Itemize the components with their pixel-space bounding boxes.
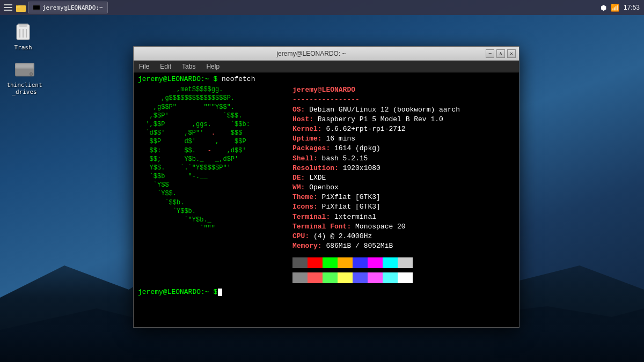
drive-icon-svg <box>15 62 34 77</box>
taskbar-right: ⬢ 📶 17:53 <box>601 4 644 12</box>
info-uptime: Uptime: 16 mins <box>292 134 515 144</box>
terminal-menubar: File Edit Tabs Help <box>134 61 519 72</box>
bottom-prompt: jeremy@LEONARDO:~ $ <box>138 287 217 297</box>
info-cpu: CPU: (4) @ 2.400GHz <box>292 232 515 241</box>
desktop: jeremy@LEONARDO:~ ⬢ 📶 17:53 Trash <box>0 0 644 362</box>
neofetch-output: _,met$$$$$gg. ,g$$$$$$$$$$$$$$$P. ,g$$P"… <box>138 85 515 283</box>
neofetch-logo: _,met$$$$$gg. ,g$$$$$$$$$$$$$$$P. ,g$$P"… <box>138 85 288 283</box>
taskbar-app-label: jeremy@LEONARDO:~ <box>42 4 103 11</box>
terminal-window: jeremy@LEONARDO: ~ − ∧ ✕ File Edit Tabs … <box>133 46 519 328</box>
trash-label: Trash <box>14 44 32 51</box>
menu-edit[interactable]: Edit <box>158 62 173 71</box>
maximize-button[interactable]: ∧ <box>496 49 505 58</box>
logo-line-15: `Y$$b. <box>138 207 288 216</box>
logo-line-5: ',$$P ,ggs. `$$b: <box>138 120 288 129</box>
logo-line-4: ,$$P' `$$$. <box>138 112 288 120</box>
info-header: jeremy@LEONARDO <box>292 85 515 95</box>
swatch-12 <box>353 272 368 283</box>
swatch-5 <box>368 257 383 268</box>
terminal-titlebar: jeremy@LEONARDO: ~ − ∧ ✕ <box>134 47 519 61</box>
thinclient-label: thinclient_drives <box>6 82 42 95</box>
logo-line-1: _,met$$$$$gg. <box>138 85 288 94</box>
menu-file[interactable]: File <box>137 62 151 71</box>
info-wm: WM: Openbox <box>292 183 515 193</box>
trash-icon <box>13 23 33 42</box>
color-swatches-bright <box>292 272 515 283</box>
info-os: OS: Debian GNU/Linux 12 (bookworm) aarch <box>292 105 515 115</box>
info-shell: Shell: bash 5.2.15 <box>292 154 515 164</box>
close-button[interactable]: ✕ <box>507 49 516 58</box>
file-manager-taskbar-icon[interactable] <box>15 2 27 13</box>
svg-rect-1 <box>4 7 12 8</box>
logo-line-10: Y$$. `.`"Y$$$$$P"' <box>138 164 288 172</box>
svg-rect-0 <box>4 4 12 5</box>
info-separator: ---------------- <box>292 95 515 105</box>
swatch-9 <box>308 272 323 283</box>
swatch-2 <box>323 257 338 268</box>
swatch-3 <box>338 257 353 268</box>
logo-line-16: `"Y$b._ <box>138 216 288 224</box>
svg-rect-7 <box>18 24 28 25</box>
thinclient-desktop-icon[interactable]: thinclient_drives <box>4 58 45 98</box>
info-terminal-font: Terminal Font: Monospace 20 <box>292 222 515 232</box>
trash-icon-svg <box>14 23 32 42</box>
terminal-title: jeremy@LEONARDO: ~ <box>137 50 486 57</box>
info-packages: Packages: 1614 (dpkg) <box>292 144 515 153</box>
swatch-11 <box>338 272 353 283</box>
swatch-10 <box>323 272 338 283</box>
command-line: jeremy@LEONARDO:~ $ neofetch <box>138 75 515 84</box>
info-de: DE: LXDE <box>292 173 515 183</box>
swatch-7 <box>398 257 413 268</box>
info-memory: Memory: 686MiB / 8052MiB <box>292 241 515 251</box>
terminal-taskbar-icon <box>33 5 40 10</box>
cmd-text: neofetch <box>222 75 255 83</box>
svg-point-15 <box>30 73 32 75</box>
app-menu-icon[interactable] <box>2 2 14 13</box>
wifi-icon[interactable]: 📶 <box>611 4 619 12</box>
cursor <box>218 289 222 296</box>
trash-desktop-icon[interactable]: Trash <box>4 20 42 53</box>
taskbar: jeremy@LEONARDO:~ ⬢ 📶 17:53 <box>0 0 644 15</box>
taskbar-left: jeremy@LEONARDO:~ <box>0 2 108 13</box>
svg-rect-2 <box>4 10 12 11</box>
logo-line-2: ,g$$$$$$$$$$$$$$$P. <box>138 94 288 102</box>
logo-line-17: `""" <box>138 224 288 233</box>
swatch-15 <box>398 272 413 283</box>
swatch-4 <box>353 257 368 268</box>
info-kernel: Kernel: 6.6.62+rpt-rpi-2712 <box>292 124 515 134</box>
info-host: Host: Raspberry Pi 5 Model B Rev 1.0 <box>292 115 515 124</box>
logo-line-9: $$; Y$b._ _,d$P' <box>138 155 288 164</box>
logo-line-8: $$: $$. - ,d$$' <box>138 146 288 155</box>
info-icons: Icons: PiXflat [GTK3] <box>292 202 515 212</box>
logo-line-7: $$P d$' , $$P <box>138 137 288 146</box>
clock-display: 17:53 <box>624 4 640 11</box>
cmd-prompt: jeremy@LEONARDO:~ $ <box>138 75 217 83</box>
taskbar-terminal-app[interactable]: jeremy@LEONARDO:~ <box>28 2 108 13</box>
swatch-0 <box>292 257 308 268</box>
logo-line-14: `$$b. <box>138 198 288 207</box>
color-swatches <box>292 257 515 268</box>
bluetooth-icon[interactable]: ⬢ <box>601 4 606 12</box>
menu-tabs[interactable]: Tabs <box>180 62 197 71</box>
logo-line-13: `Y$$. <box>138 189 288 198</box>
swatch-1 <box>308 257 323 268</box>
titlebar-buttons: − ∧ ✕ <box>486 49 516 58</box>
swatch-14 <box>383 272 398 283</box>
info-resolution: Resolution: 1920x1080 <box>292 164 515 173</box>
bottom-prompt-line: jeremy@LEONARDO:~ $ <box>138 287 515 297</box>
menu-help[interactable]: Help <box>204 62 222 71</box>
swatch-6 <box>383 257 398 268</box>
thinclient-icon <box>15 60 34 79</box>
logo-line-12: `Y$$ <box>138 181 288 189</box>
info-terminal: Terminal: lxterminal <box>292 212 515 222</box>
logo-line-6: `d$$' ,$P"' . $$$ <box>138 129 288 137</box>
info-theme: Theme: PiXflat [GTK3] <box>292 193 515 202</box>
logo-line-3: ,g$$P" """Y$$". <box>138 103 288 112</box>
minimize-button[interactable]: − <box>486 49 494 58</box>
neofetch-info: jeremy@LEONARDO ---------------- OS: Deb… <box>288 85 515 283</box>
terminal-body[interactable]: jeremy@LEONARDO:~ $ neofetch _,met$$$$$g… <box>134 72 519 327</box>
swatch-8 <box>292 272 308 283</box>
logo-line-11: `$$b "-.__ <box>138 172 288 181</box>
swatch-13 <box>368 272 383 283</box>
svg-rect-13 <box>16 64 33 68</box>
